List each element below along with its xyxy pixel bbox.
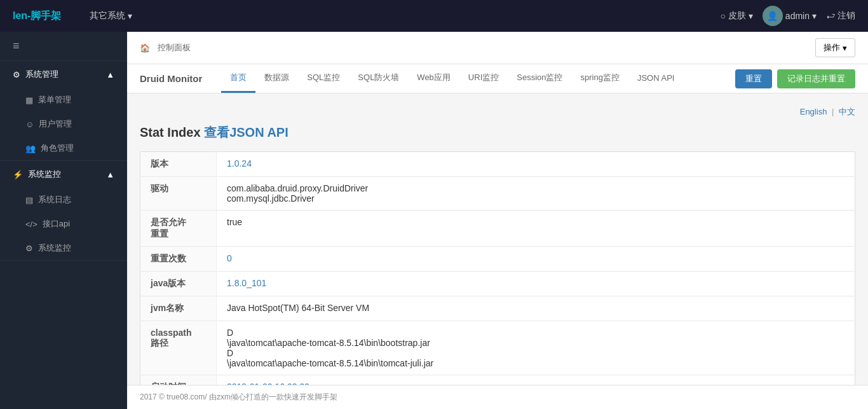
breadcrumb-bar: 🏠 控制面板 操作 ▾: [127, 32, 868, 64]
stat-table: 版本 1.0.24 驱动 com.alibaba.druid.proxy.Dru…: [140, 151, 855, 385]
user-icon: ☺: [25, 120, 34, 129]
driver-value-1: com.alibaba.druid.proxy.DruidDriver: [227, 183, 844, 193]
row-label-allow-reset: 是否允许重置: [140, 211, 217, 247]
classpath-value-3: D: [227, 348, 844, 358]
log-reset-button[interactable]: 记录日志并重置: [777, 69, 855, 88]
sidebar-item-label-menu: 菜单管理: [38, 94, 71, 106]
table-row: jvm名称 Java HotSpot(TM) 64-Bit Server VM: [140, 296, 855, 321]
logout-icon: ⮐: [826, 11, 835, 21]
classpath-value-1: D: [227, 328, 844, 338]
sidebar-item-interface-api[interactable]: </> 接口api: [0, 212, 127, 236]
table-row: 重置次数 0: [140, 247, 855, 272]
logout-label: 注销: [837, 10, 855, 22]
collapse-arrow-icon-2: ▲: [106, 170, 114, 179]
topbar-right: ○ 皮肤 ▾ 👤 admin ▾ ⮐ 注销: [720, 6, 855, 26]
row-label-version: 版本: [140, 152, 217, 177]
operations-button[interactable]: 操作 ▾: [815, 38, 855, 57]
row-label-driver: 驱动: [140, 177, 217, 211]
breadcrumb: 🏠 控制面板: [140, 42, 191, 53]
row-label-classpath: classpath路径: [140, 321, 217, 375]
table-row: 驱动 com.alibaba.druid.proxy.DruidDriver c…: [140, 177, 855, 211]
sidebar-section-header-system-management[interactable]: ⚙ 系统管理 ▲: [0, 61, 127, 88]
table-row: 是否允许重置 true: [140, 211, 855, 247]
table-row: 启动时间 2018-01-02 16:02:29: [140, 375, 855, 385]
version-value-link[interactable]: 1.0.24: [227, 158, 252, 169]
tab-session-monitor[interactable]: Session监控: [508, 64, 571, 93]
sidebar-items-system-management: ▦ 菜单管理 ☺ 用户管理 👥 角色管理: [0, 88, 127, 160]
sidebar-item-system-monitor[interactable]: ⚙ 系统监控: [0, 236, 127, 260]
row-label-reset-count: 重置次数: [140, 247, 217, 272]
sidebar-items-system-monitor: ▤ 系统日志 </> 接口api ⚙ 系统监控: [0, 188, 127, 260]
classpath-value-4: \java\tomcat\apache-tomcat-8.5.14\bin\to…: [227, 358, 844, 368]
reset-count-link[interactable]: 0: [227, 253, 232, 263]
footer: 2017 © true08.com/ 由zxm倾心打造的一款快速开发脚手架: [127, 385, 868, 409]
row-value-classpath: D \java\tomcat\apache-tomcat-8.5.14\bin\…: [217, 321, 855, 375]
collapse-arrow-icon: ▲: [106, 70, 114, 80]
json-api-link[interactable]: 查看JSON API: [204, 125, 288, 139]
jvm-name-value: Java HotSpot(TM) 64-Bit Server VM: [227, 303, 369, 313]
classpath-value-2: \java\tomcat\apache-tomcat-8.5.14\bin\bo…: [227, 338, 844, 348]
druid-monitor-title: Druid Monitor: [140, 66, 215, 92]
row-label-start-time: 启动时间: [140, 375, 217, 385]
sidebar-section-header-system-monitor[interactable]: ⚡ 系统监控 ▲: [0, 161, 127, 188]
sidebar-item-label-monitor: 系统监控: [38, 242, 71, 254]
tab-sql-monitor[interactable]: SQL监控: [298, 64, 349, 93]
sidebar-item-menu-management[interactable]: ▦ 菜单管理: [0, 88, 127, 112]
tab-json-api[interactable]: JSON API: [628, 66, 684, 92]
skin-arrow-icon: ▾: [749, 11, 753, 21]
sidebar: ≡ ⚙ 系统管理 ▲ ▦ 菜单管理 ☺ 用户管理 👥: [0, 32, 127, 409]
lang-separator: |: [832, 107, 834, 116]
admin-label: admin: [785, 11, 810, 21]
logout-button[interactable]: ⮐ 注销: [826, 10, 855, 22]
log-icon: ▤: [25, 195, 33, 205]
other-systems-menu[interactable]: 其它系统 ▾: [80, 10, 142, 22]
language-links: English | 中文: [140, 106, 855, 118]
dropdown-arrow-icon: ▾: [128, 11, 132, 21]
stat-title-prefix: Stat Index: [140, 125, 201, 139]
table-row: classpath路径 D \java\tomcat\apache-tomcat…: [140, 321, 855, 375]
tab-uri-monitor[interactable]: URI监控: [459, 64, 508, 93]
topbar-menu: 其它系统 ▾: [80, 10, 720, 22]
sidebar-item-system-log[interactable]: ▤ 系统日志: [0, 188, 127, 212]
table-row: java版本 1.8.0_101: [140, 272, 855, 296]
skin-label: 皮肤: [728, 10, 746, 22]
sidebar-item-label-log: 系统日志: [38, 194, 71, 205]
druid-actions: 重置 记录日志并重置: [735, 69, 855, 88]
monitor-icon: ⚙: [25, 244, 33, 253]
sidebar-item-user-management[interactable]: ☺ 用户管理: [0, 112, 127, 136]
row-value-reset-count: 0: [217, 247, 855, 272]
sidebar-item-label-user: 用户管理: [39, 118, 72, 130]
chinese-link[interactable]: 中文: [839, 107, 855, 116]
sidebar-item-role-management[interactable]: 👥 角色管理: [0, 136, 127, 160]
row-value-jvm-name: Java HotSpot(TM) 64-Bit Server VM: [217, 296, 855, 321]
admin-menu[interactable]: 👤 admin ▾: [763, 6, 817, 26]
other-systems-label: 其它系统: [90, 10, 125, 22]
sidebar-item-label-api: 接口api: [43, 218, 70, 230]
row-label-jvm-name: jvm名称: [140, 296, 217, 321]
skin-selector[interactable]: ○ 皮肤 ▾: [720, 10, 752, 22]
tab-sql-firewall[interactable]: SQL防火墙: [349, 64, 408, 93]
druid-monitor-header: Druid Monitor 首页 数据源 SQL监控 SQL防火墙 Web应用 …: [127, 64, 868, 94]
row-value-java-version: 1.8.0_101: [217, 272, 855, 296]
api-icon: </>: [25, 219, 37, 229]
tab-spring-monitor[interactable]: spring监控: [572, 64, 628, 93]
content-area: English | 中文 Stat Index 查看JSON API 版本: [127, 94, 868, 385]
gear-icon: ⚙: [13, 70, 20, 80]
topbar: len-脚手架 其它系统 ▾ ○ 皮肤 ▾ 👤 admin ▾ ⮐ 注销: [0, 0, 868, 32]
tab-datasource[interactable]: 数据源: [255, 64, 298, 93]
tab-home[interactable]: 首页: [221, 64, 255, 93]
brand-logo: len-脚手架: [13, 10, 61, 23]
java-version-link[interactable]: 1.8.0_101: [227, 278, 266, 288]
tab-web-app[interactable]: Web应用: [408, 64, 459, 93]
row-value-start-time: 2018-01-02 16:02:29: [217, 375, 855, 385]
driver-value-2: com.mysql.jdbc.Driver: [227, 193, 844, 204]
row-value-version: 1.0.24: [217, 152, 855, 177]
row-value-driver: com.alibaba.druid.proxy.DruidDriver com.…: [217, 177, 855, 211]
menu-icon: ▦: [25, 95, 33, 105]
footer-text: 2017 © true08.com/ 由zxm倾心打造的一款快速开发脚手架: [140, 392, 337, 401]
sidebar-toggle-button[interactable]: ≡: [0, 32, 127, 61]
ops-label: 操作: [824, 42, 840, 53]
stat-index-title: Stat Index 查看JSON API: [140, 124, 855, 141]
english-link[interactable]: English: [800, 107, 827, 116]
reset-button[interactable]: 重置: [735, 69, 772, 88]
